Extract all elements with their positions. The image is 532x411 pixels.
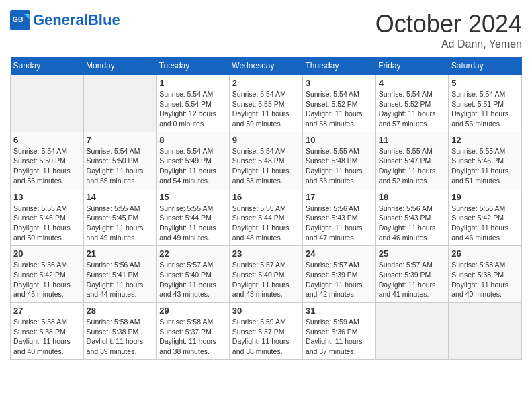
svg-text:GB: GB (13, 15, 24, 24)
title-block: October 2024 Ad Dann, Yemen (375, 10, 522, 50)
calendar-cell: 18Sunrise: 5:56 AMSunset: 5:43 PMDayligh… (375, 189, 449, 246)
calendar-cell: 6Sunrise: 5:54 AMSunset: 5:50 PMDaylight… (11, 132, 84, 189)
week-row-5: 27Sunrise: 5:58 AMSunset: 5:38 PMDayligh… (11, 303, 522, 360)
week-row-3: 13Sunrise: 5:55 AMSunset: 5:46 PMDayligh… (11, 189, 522, 246)
location: Ad Dann, Yemen (375, 38, 522, 50)
day-info: Sunrise: 5:55 AMSunset: 5:47 PMDaylight:… (379, 146, 446, 186)
day-header-saturday: Saturday (449, 57, 522, 75)
day-number: 26 (451, 248, 519, 259)
week-row-1: 1Sunrise: 5:54 AMSunset: 5:54 PMDaylight… (11, 75, 522, 132)
calendar-cell: 31Sunrise: 5:59 AMSunset: 5:36 PMDayligh… (302, 303, 375, 360)
day-info: Sunrise: 5:56 AMSunset: 5:42 PMDaylight:… (451, 203, 519, 243)
day-number: 1 (159, 78, 226, 88)
calendar-cell: 12Sunrise: 5:55 AMSunset: 5:46 PMDayligh… (449, 132, 522, 189)
day-info: Sunrise: 5:54 AMSunset: 5:50 PMDaylight:… (87, 146, 154, 186)
logo: GB GeneralBlue (10, 10, 120, 30)
day-number: 11 (379, 135, 446, 145)
calendar-cell: 9Sunrise: 5:54 AMSunset: 5:48 PMDaylight… (229, 132, 302, 189)
calendar-cell: 10Sunrise: 5:55 AMSunset: 5:48 PMDayligh… (302, 132, 375, 189)
calendar-cell: 2Sunrise: 5:54 AMSunset: 5:53 PMDaylight… (229, 75, 302, 132)
day-number: 22 (159, 248, 226, 259)
calendar-cell: 15Sunrise: 5:55 AMSunset: 5:44 PMDayligh… (157, 189, 230, 246)
day-info: Sunrise: 5:55 AMSunset: 5:45 PMDaylight:… (87, 203, 154, 243)
month-year: October 2024 (375, 10, 522, 38)
day-number: 7 (87, 135, 154, 145)
day-header-tuesday: Tuesday (157, 57, 230, 75)
calendar-cell: 28Sunrise: 5:58 AMSunset: 5:38 PMDayligh… (83, 303, 157, 360)
day-info: Sunrise: 5:55 AMSunset: 5:44 PMDaylight:… (159, 203, 226, 243)
day-number: 17 (306, 192, 373, 202)
day-info: Sunrise: 5:56 AMSunset: 5:43 PMDaylight:… (306, 203, 373, 243)
day-number: 2 (232, 78, 300, 88)
day-number: 9 (232, 135, 300, 145)
day-info: Sunrise: 5:57 AMSunset: 5:40 PMDaylight:… (232, 260, 300, 300)
day-info: Sunrise: 5:54 AMSunset: 5:52 PMDaylight:… (379, 89, 446, 129)
day-number: 15 (159, 192, 226, 202)
calendar-cell: 29Sunrise: 5:58 AMSunset: 5:37 PMDayligh… (157, 303, 230, 360)
day-number: 28 (87, 306, 154, 316)
calendar-cell: 26Sunrise: 5:58 AMSunset: 5:38 PMDayligh… (449, 246, 522, 303)
day-number: 19 (451, 192, 519, 202)
day-number: 10 (306, 135, 373, 145)
calendar-cell: 7Sunrise: 5:54 AMSunset: 5:50 PMDaylight… (83, 132, 157, 189)
day-info: Sunrise: 5:55 AMSunset: 5:46 PMDaylight:… (451, 146, 519, 186)
calendar-cell: 20Sunrise: 5:56 AMSunset: 5:42 PMDayligh… (11, 246, 84, 303)
calendar-cell: 4Sunrise: 5:54 AMSunset: 5:52 PMDaylight… (375, 75, 449, 132)
day-number: 24 (306, 248, 373, 259)
day-number: 23 (232, 248, 300, 259)
day-header-friday: Friday (375, 57, 449, 75)
day-info: Sunrise: 5:54 AMSunset: 5:49 PMDaylight:… (159, 146, 226, 186)
week-row-2: 6Sunrise: 5:54 AMSunset: 5:50 PMDaylight… (11, 132, 522, 189)
calendar-cell: 1Sunrise: 5:54 AMSunset: 5:54 PMDaylight… (157, 75, 230, 132)
day-info: Sunrise: 5:58 AMSunset: 5:38 PMDaylight:… (87, 317, 154, 357)
calendar-cell: 14Sunrise: 5:55 AMSunset: 5:45 PMDayligh… (83, 189, 157, 246)
day-info: Sunrise: 5:54 AMSunset: 5:52 PMDaylight:… (306, 89, 373, 129)
header-row: SundayMondayTuesdayWednesdayThursdayFrid… (11, 57, 522, 75)
day-header-sunday: Sunday (11, 57, 84, 75)
day-number: 25 (379, 248, 446, 259)
calendar-cell (375, 303, 449, 360)
calendar-cell: 24Sunrise: 5:57 AMSunset: 5:39 PMDayligh… (302, 246, 375, 303)
day-number: 31 (306, 306, 373, 316)
day-info: Sunrise: 5:56 AMSunset: 5:43 PMDaylight:… (379, 203, 446, 243)
day-number: 21 (87, 248, 154, 259)
day-number: 13 (13, 192, 81, 202)
calendar-cell: 3Sunrise: 5:54 AMSunset: 5:52 PMDaylight… (302, 75, 375, 132)
calendar-cell: 8Sunrise: 5:54 AMSunset: 5:49 PMDaylight… (157, 132, 230, 189)
day-info: Sunrise: 5:55 AMSunset: 5:44 PMDaylight:… (232, 203, 300, 243)
calendar-cell: 23Sunrise: 5:57 AMSunset: 5:40 PMDayligh… (229, 246, 302, 303)
calendar-cell: 5Sunrise: 5:54 AMSunset: 5:51 PMDaylight… (449, 75, 522, 132)
day-number: 20 (13, 248, 81, 259)
day-info: Sunrise: 5:58 AMSunset: 5:38 PMDaylight:… (451, 260, 519, 300)
day-info: Sunrise: 5:56 AMSunset: 5:42 PMDaylight:… (13, 260, 81, 300)
day-info: Sunrise: 5:55 AMSunset: 5:48 PMDaylight:… (306, 146, 373, 186)
day-info: Sunrise: 5:54 AMSunset: 5:54 PMDaylight:… (159, 89, 226, 129)
calendar-cell: 30Sunrise: 5:59 AMSunset: 5:37 PMDayligh… (229, 303, 302, 360)
day-number: 27 (13, 306, 81, 316)
day-number: 12 (451, 135, 519, 145)
logo-icon: GB (10, 10, 30, 30)
calendar-cell: 22Sunrise: 5:57 AMSunset: 5:40 PMDayligh… (157, 246, 230, 303)
day-info: Sunrise: 5:54 AMSunset: 5:50 PMDaylight:… (13, 146, 81, 186)
day-number: 18 (379, 192, 446, 202)
day-number: 3 (306, 78, 373, 88)
day-info: Sunrise: 5:54 AMSunset: 5:51 PMDaylight:… (451, 89, 519, 129)
calendar-cell: 19Sunrise: 5:56 AMSunset: 5:42 PMDayligh… (449, 189, 522, 246)
calendar-cell: 27Sunrise: 5:58 AMSunset: 5:38 PMDayligh… (11, 303, 84, 360)
day-info: Sunrise: 5:57 AMSunset: 5:39 PMDaylight:… (306, 260, 373, 300)
logo-general: General (33, 11, 88, 28)
day-number: 29 (159, 306, 226, 316)
day-number: 30 (232, 306, 300, 316)
day-info: Sunrise: 5:59 AMSunset: 5:36 PMDaylight:… (306, 317, 373, 357)
day-number: 6 (13, 135, 81, 145)
calendar-cell (83, 75, 157, 132)
day-header-monday: Monday (83, 57, 157, 75)
calendar-cell: 16Sunrise: 5:55 AMSunset: 5:44 PMDayligh… (229, 189, 302, 246)
day-number: 8 (159, 135, 226, 145)
day-number: 14 (87, 192, 154, 202)
calendar-cell (11, 75, 84, 132)
logo-blue: Blue (88, 11, 120, 28)
calendar-table: SundayMondayTuesdayWednesdayThursdayFrid… (10, 57, 522, 360)
day-info: Sunrise: 5:59 AMSunset: 5:37 PMDaylight:… (232, 317, 300, 357)
day-info: Sunrise: 5:58 AMSunset: 5:37 PMDaylight:… (159, 317, 226, 357)
